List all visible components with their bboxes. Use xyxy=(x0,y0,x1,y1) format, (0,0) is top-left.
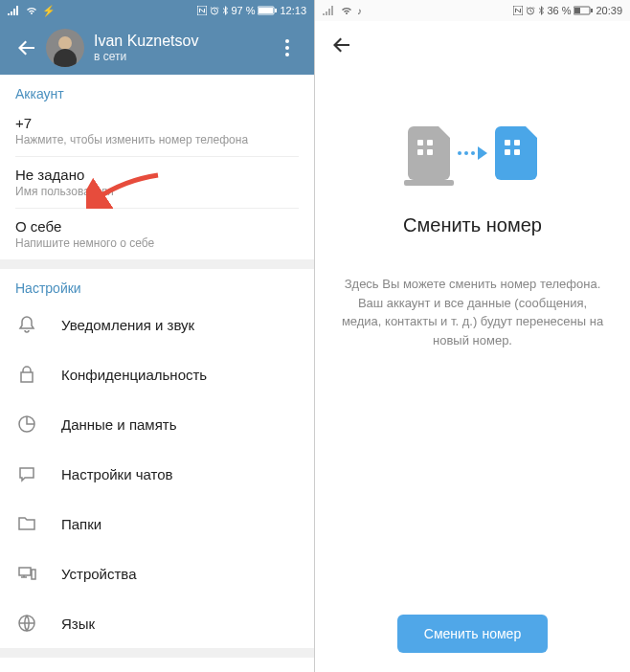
battery-icon xyxy=(574,6,593,15)
settings-label: Конфиденциальность xyxy=(61,367,207,383)
phone-value: +7 xyxy=(15,115,299,131)
tiktok-icon: ♪ xyxy=(357,6,362,16)
page-description: Здесь Вы можете сменить номер телефона. … xyxy=(338,275,607,349)
settings-chat[interactable]: Настройки чатов xyxy=(0,449,314,499)
wifi-icon xyxy=(340,6,353,15)
svg-rect-13 xyxy=(574,8,580,13)
settings-label: Папки xyxy=(61,516,101,532)
phone-item[interactable]: +7 Нажмите, чтобы изменить номер телефон… xyxy=(0,105,314,156)
signal-icon xyxy=(8,6,21,15)
settings-devices[interactable]: Устройства xyxy=(0,549,314,598)
about-value: О себе xyxy=(15,218,299,235)
time: 20:39 xyxy=(596,5,622,16)
settings-label: Уведомления и звук xyxy=(61,317,194,333)
section-account-title: Аккаунт xyxy=(0,75,314,105)
page-title: Сменить номер xyxy=(403,214,542,236)
alarm-icon xyxy=(210,6,219,15)
settings-label: Язык xyxy=(61,616,95,632)
settings-label: Настройки чатов xyxy=(61,466,173,482)
wifi-icon xyxy=(25,6,38,15)
svg-point-5 xyxy=(285,39,289,43)
nfc-icon xyxy=(513,6,523,15)
profile-name: Ivan Kuznetsov xyxy=(94,33,268,50)
sim-old-icon xyxy=(408,126,450,180)
settings-folders[interactable]: Папки xyxy=(0,499,314,549)
devices-icon xyxy=(15,562,38,585)
profile-header: Ivan Kuznetsov в сети xyxy=(0,21,314,75)
back-button[interactable] xyxy=(323,26,361,64)
chat-icon xyxy=(15,462,38,485)
bluetooth-icon xyxy=(538,6,544,15)
signal-icon xyxy=(323,6,336,15)
nfc-icon xyxy=(197,6,207,15)
profile-status: в сети xyxy=(94,50,268,63)
statusbar: ♪ 36 % 20:39 xyxy=(315,0,630,21)
username-subtitle: Имя пользователя xyxy=(15,185,299,198)
alarm-icon xyxy=(526,6,535,15)
settings-privacy[interactable]: Конфиденциальность xyxy=(0,349,314,399)
bell-icon xyxy=(15,313,38,336)
settings-language[interactable]: Язык xyxy=(0,598,314,648)
avatar[interactable] xyxy=(46,29,84,67)
svg-rect-14 xyxy=(591,9,593,12)
time: 12:13 xyxy=(280,5,306,16)
settings-data[interactable]: Данные и память xyxy=(0,399,314,449)
battery-icon xyxy=(258,6,277,15)
data-icon xyxy=(15,413,38,436)
header xyxy=(315,21,630,69)
battery-percent: 36 % xyxy=(547,5,571,16)
username-value: Не задано xyxy=(15,167,299,183)
about-subtitle: Напишите немного о себе xyxy=(15,236,299,250)
section-help-title: Помощь xyxy=(0,658,314,672)
settings-label: Устройства xyxy=(61,566,136,582)
svg-point-6 xyxy=(285,46,289,50)
transfer-arrow-icon xyxy=(458,146,487,160)
folder-icon xyxy=(15,512,38,535)
svg-rect-3 xyxy=(259,8,273,13)
volte-icon: ⚡ xyxy=(42,5,56,17)
sim-transfer-illustration xyxy=(408,126,537,180)
username-item[interactable]: Не задано Имя пользователя xyxy=(0,157,314,208)
section-settings-title: Настройки xyxy=(0,269,314,300)
lock-icon xyxy=(15,363,38,386)
svg-point-7 xyxy=(285,53,289,56)
statusbar: ⚡ 97 % 12:13 xyxy=(0,0,314,21)
bluetooth-icon xyxy=(222,6,228,15)
change-number-button[interactable]: Сменить номер xyxy=(397,615,548,653)
settings-notifications[interactable]: Уведомления и звук xyxy=(0,300,314,349)
globe-icon xyxy=(15,612,38,635)
more-button[interactable] xyxy=(268,29,306,67)
sim-new-icon xyxy=(495,126,537,180)
battery-percent: 97 % xyxy=(231,5,255,16)
about-item[interactable]: О себе Напишите немного о себе xyxy=(0,209,314,259)
settings-label: Данные и память xyxy=(61,416,177,433)
svg-rect-4 xyxy=(275,9,277,12)
back-button[interactable] xyxy=(8,29,46,67)
phone-subtitle: Нажмите, чтобы изменить номер телефона xyxy=(15,133,299,146)
